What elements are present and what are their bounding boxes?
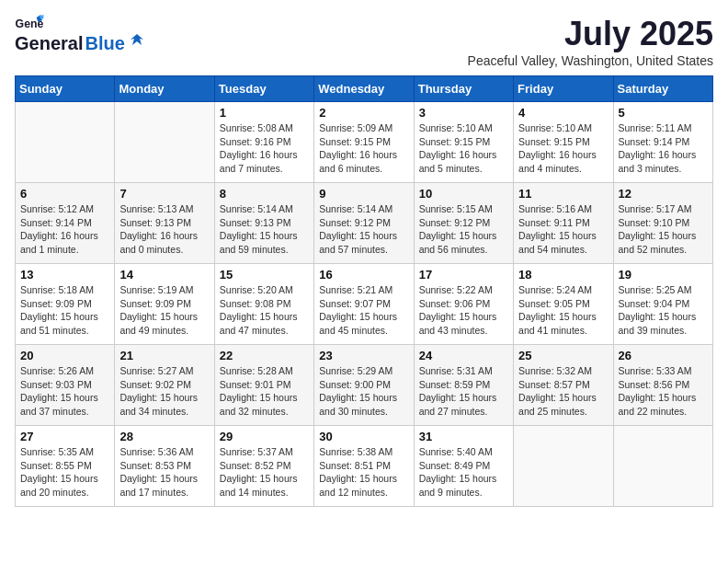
day-detail: Sunrise: 5:10 AM Sunset: 9:15 PM Dayligh… <box>419 121 508 176</box>
day-number: 12 <box>619 187 708 201</box>
day-detail: Sunrise: 5:38 AM Sunset: 8:51 PM Dayligh… <box>319 445 408 500</box>
calendar-cell <box>115 102 214 183</box>
day-detail: Sunrise: 5:21 AM Sunset: 9:07 PM Dayligh… <box>319 283 408 338</box>
day-detail: Sunrise: 5:16 AM Sunset: 9:11 PM Dayligh… <box>518 202 608 257</box>
svg-marker-3 <box>131 34 143 45</box>
day-detail: Sunrise: 5:31 AM Sunset: 8:59 PM Dayligh… <box>419 364 508 419</box>
day-number: 20 <box>20 349 109 362</box>
day-detail: Sunrise: 5:33 AM Sunset: 8:56 PM Dayligh… <box>619 364 708 419</box>
col-header-friday: Friday <box>514 76 613 102</box>
col-header-thursday: Thursday <box>414 76 513 102</box>
day-detail: Sunrise: 5:29 AM Sunset: 9:00 PM Dayligh… <box>319 364 408 419</box>
day-number: 25 <box>518 349 608 362</box>
logo-blue-text: Blue <box>85 33 124 54</box>
calendar-cell: 10Sunrise: 5:15 AM Sunset: 9:12 PM Dayli… <box>414 183 513 264</box>
calendar-cell: 21Sunrise: 5:27 AM Sunset: 9:02 PM Dayli… <box>115 345 214 426</box>
calendar-cell: 7Sunrise: 5:13 AM Sunset: 9:13 PM Daylig… <box>115 183 214 264</box>
calendar-cell: 23Sunrise: 5:29 AM Sunset: 9:00 PM Dayli… <box>314 345 414 426</box>
day-number: 9 <box>319 187 408 201</box>
day-number: 4 <box>518 106 608 120</box>
day-number: 11 <box>518 187 608 201</box>
day-detail: Sunrise: 5:14 AM Sunset: 9:13 PM Dayligh… <box>220 202 309 257</box>
day-detail: Sunrise: 5:24 AM Sunset: 9:05 PM Dayligh… <box>518 283 608 338</box>
page-header: General General Blue July 2025 Peaceful … <box>15 15 713 68</box>
calendar-cell: 13Sunrise: 5:18 AM Sunset: 9:09 PM Dayli… <box>16 264 115 345</box>
day-detail: Sunrise: 5:12 AM Sunset: 9:14 PM Dayligh… <box>20 202 109 257</box>
day-number: 29 <box>220 430 309 443</box>
day-number: 16 <box>319 268 408 282</box>
calendar-cell: 15Sunrise: 5:20 AM Sunset: 9:08 PM Dayli… <box>214 264 313 345</box>
calendar-cell: 1Sunrise: 5:08 AM Sunset: 9:16 PM Daylig… <box>214 102 313 183</box>
day-detail: Sunrise: 5:09 AM Sunset: 9:15 PM Dayligh… <box>319 121 408 176</box>
col-header-monday: Monday <box>115 76 214 102</box>
calendar-cell: 29Sunrise: 5:37 AM Sunset: 8:52 PM Dayli… <box>214 426 313 507</box>
calendar-cell: 14Sunrise: 5:19 AM Sunset: 9:09 PM Dayli… <box>115 264 214 345</box>
day-detail: Sunrise: 5:27 AM Sunset: 9:02 PM Dayligh… <box>119 364 209 419</box>
day-detail: Sunrise: 5:20 AM Sunset: 9:08 PM Dayligh… <box>220 283 309 338</box>
day-detail: Sunrise: 5:15 AM Sunset: 9:12 PM Dayligh… <box>419 202 508 257</box>
month-title: July 2025 <box>468 15 713 53</box>
day-detail: Sunrise: 5:13 AM Sunset: 9:13 PM Dayligh… <box>119 202 209 257</box>
day-number: 14 <box>119 268 209 282</box>
calendar-cell: 19Sunrise: 5:25 AM Sunset: 9:04 PM Dayli… <box>613 264 712 345</box>
day-detail: Sunrise: 5:08 AM Sunset: 9:16 PM Dayligh… <box>220 121 309 176</box>
day-number: 1 <box>220 106 309 120</box>
day-number: 18 <box>518 268 608 282</box>
calendar-cell: 12Sunrise: 5:17 AM Sunset: 9:10 PM Dayli… <box>613 183 712 264</box>
calendar-cell: 27Sunrise: 5:35 AM Sunset: 8:55 PM Dayli… <box>16 426 115 507</box>
day-detail: Sunrise: 5:28 AM Sunset: 9:01 PM Dayligh… <box>220 364 309 419</box>
calendar-cell: 25Sunrise: 5:32 AM Sunset: 8:57 PM Dayli… <box>514 345 613 426</box>
day-number: 2 <box>319 106 408 120</box>
calendar-cell <box>514 426 613 507</box>
day-detail: Sunrise: 5:11 AM Sunset: 9:14 PM Dayligh… <box>619 121 708 176</box>
col-header-tuesday: Tuesday <box>214 76 313 102</box>
day-number: 28 <box>119 430 209 443</box>
day-number: 19 <box>619 268 708 282</box>
calendar-cell: 9Sunrise: 5:14 AM Sunset: 9:12 PM Daylig… <box>314 183 414 264</box>
day-detail: Sunrise: 5:14 AM Sunset: 9:12 PM Dayligh… <box>319 202 408 257</box>
day-detail: Sunrise: 5:25 AM Sunset: 9:04 PM Dayligh… <box>619 283 708 338</box>
calendar-cell: 20Sunrise: 5:26 AM Sunset: 9:03 PM Dayli… <box>16 345 115 426</box>
day-number: 22 <box>220 349 309 362</box>
calendar-week-row: 13Sunrise: 5:18 AM Sunset: 9:09 PM Dayli… <box>16 264 713 345</box>
logo: General General Blue <box>15 15 145 54</box>
calendar-cell: 6Sunrise: 5:12 AM Sunset: 9:14 PM Daylig… <box>16 183 115 264</box>
col-header-sunday: Sunday <box>16 76 115 102</box>
day-number: 15 <box>220 268 309 282</box>
day-detail: Sunrise: 5:17 AM Sunset: 9:10 PM Dayligh… <box>619 202 708 257</box>
calendar-cell: 18Sunrise: 5:24 AM Sunset: 9:05 PM Dayli… <box>514 264 613 345</box>
day-detail: Sunrise: 5:37 AM Sunset: 8:52 PM Dayligh… <box>220 445 309 500</box>
calendar-cell: 16Sunrise: 5:21 AM Sunset: 9:07 PM Dayli… <box>314 264 414 345</box>
day-detail: Sunrise: 5:18 AM Sunset: 9:09 PM Dayligh… <box>20 283 109 338</box>
calendar-cell <box>613 426 712 507</box>
day-number: 17 <box>419 268 508 282</box>
day-number: 21 <box>119 349 209 362</box>
calendar-cell: 31Sunrise: 5:40 AM Sunset: 8:49 PM Dayli… <box>414 426 513 507</box>
calendar-cell: 24Sunrise: 5:31 AM Sunset: 8:59 PM Dayli… <box>414 345 513 426</box>
day-detail: Sunrise: 5:40 AM Sunset: 8:49 PM Dayligh… <box>419 445 508 500</box>
calendar-cell: 22Sunrise: 5:28 AM Sunset: 9:01 PM Dayli… <box>214 345 313 426</box>
day-number: 24 <box>419 349 508 362</box>
calendar-cell <box>16 102 115 183</box>
calendar-header-row: SundayMondayTuesdayWednesdayThursdayFrid… <box>16 76 713 102</box>
calendar-cell: 30Sunrise: 5:38 AM Sunset: 8:51 PM Dayli… <box>314 426 414 507</box>
calendar-week-row: 6Sunrise: 5:12 AM Sunset: 9:14 PM Daylig… <box>16 183 713 264</box>
day-number: 13 <box>20 268 109 282</box>
day-detail: Sunrise: 5:36 AM Sunset: 8:53 PM Dayligh… <box>119 445 209 500</box>
day-detail: Sunrise: 5:32 AM Sunset: 8:57 PM Dayligh… <box>518 364 608 419</box>
day-number: 26 <box>619 349 708 362</box>
calendar-cell: 3Sunrise: 5:10 AM Sunset: 9:15 PM Daylig… <box>414 102 513 183</box>
location-text: Peaceful Valley, Washington, United Stat… <box>468 53 713 68</box>
day-detail: Sunrise: 5:10 AM Sunset: 9:15 PM Dayligh… <box>518 121 608 176</box>
day-number: 10 <box>419 187 508 201</box>
calendar-cell: 2Sunrise: 5:09 AM Sunset: 9:15 PM Daylig… <box>314 102 414 183</box>
day-number: 7 <box>119 187 209 201</box>
day-detail: Sunrise: 5:26 AM Sunset: 9:03 PM Dayligh… <box>20 364 109 419</box>
day-number: 27 <box>20 430 109 443</box>
title-area: July 2025 Peaceful Valley, Washington, U… <box>468 15 713 68</box>
calendar-table: SundayMondayTuesdayWednesdayThursdayFrid… <box>15 75 713 507</box>
day-detail: Sunrise: 5:22 AM Sunset: 9:06 PM Dayligh… <box>419 283 508 338</box>
logo-bird-icon <box>129 32 145 49</box>
calendar-cell: 8Sunrise: 5:14 AM Sunset: 9:13 PM Daylig… <box>214 183 313 264</box>
day-detail: Sunrise: 5:19 AM Sunset: 9:09 PM Dayligh… <box>119 283 209 338</box>
